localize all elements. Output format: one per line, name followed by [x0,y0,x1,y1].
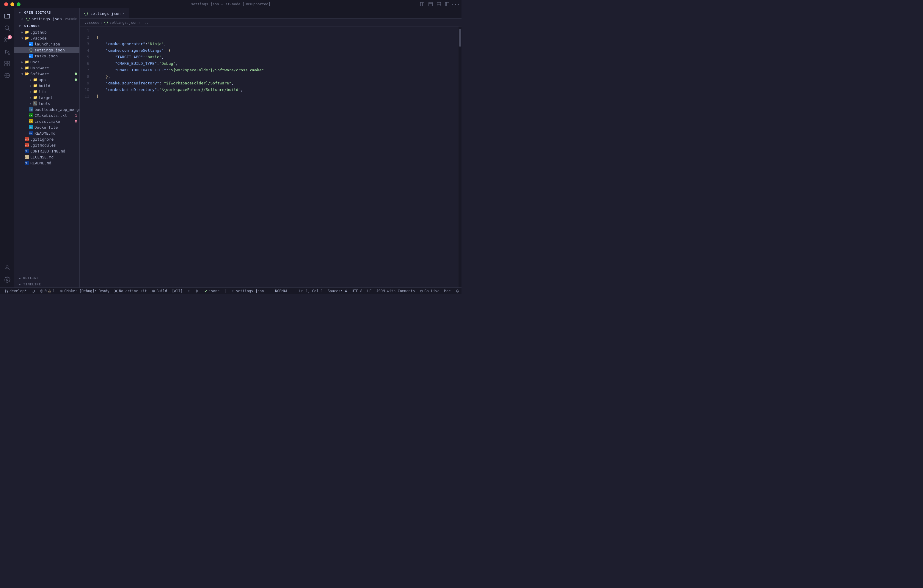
sidebar-file-license[interactable]: ⚖ LICENSE.md [14,154,79,160]
outline-panel-header[interactable]: ▶ OUTLINE [14,275,79,281]
sidebar-file-readme-sw[interactable]: MD README.md [14,130,79,136]
status-no-kit[interactable]: No active kit [112,288,149,294]
open-editors-icon[interactable] [427,1,434,8]
sidebar-file-readme-root[interactable]: MD README.md [14,160,79,166]
activity-search[interactable] [2,23,13,33]
st-node-header[interactable]: ▼ ST-NODE [14,22,79,29]
sidebar-folder-software[interactable]: ▼ 📂 Software [14,71,79,77]
open-editor-settings-json[interactable]: ✕ {} settings.json .vscode [14,16,79,22]
status-encoding[interactable]: UTF-8 [350,288,365,294]
window-controls[interactable] [4,2,21,6]
cmake-status: CMake: [Debug]: Ready [64,289,109,293]
activity-source-control[interactable]: 6 [2,34,13,45]
sidebar-folder-github[interactable]: ▶ 📁 .github [14,29,79,35]
sidebar-folder-hardware[interactable]: ▶ 📁 Hardware [14,65,79,71]
split-editor-icon[interactable] [419,1,426,8]
line-numbers: 1 2 3 4 5 6 7 8 9 10 11 [80,26,94,287]
md-file-icon-license: ⚖ [25,154,29,159]
activity-settings[interactable] [2,274,13,285]
svg-rect-1 [422,2,424,6]
status-vim-mode[interactable]: -- NORMAL -- [266,288,297,294]
sidebar-file-gitmodules[interactable]: git .gitmodules [14,142,79,148]
timeline-panel-header[interactable]: ▶ TIMELINE [14,281,79,287]
sidebar-file-bootloader[interactable]: py bootloader_app_merge.py [14,107,79,112]
sidebar-folder-lib[interactable]: ▶ 📁 lib [14,89,79,95]
status-build[interactable]: Build [149,288,169,294]
status-language[interactable]: JSON with Comments [374,288,417,294]
activity-account[interactable] [2,263,13,273]
line-5: "CMAKE_BUILD_TYPE":"Debug", [96,61,178,66]
scrollbar-thumb [459,29,461,47]
status-position[interactable]: Ln 1, Col 1 [297,288,325,294]
sidebar-file-cross-cmake[interactable]: CM cross.cmake M [14,118,79,124]
sidebar-file-contributing[interactable]: MD CONTRIBUTING.md [14,148,79,154]
status-mac[interactable]: Mac [442,288,453,294]
close-editor-icon[interactable]: ✕ [20,17,25,21]
build-chevron: ▶ [28,84,33,87]
sidebar-file-cmakelists[interactable]: CM CMakeLists.txt 1 [14,112,79,118]
toggle-panel-icon[interactable] [435,1,442,8]
svg-text:MD: MD [25,162,27,164]
status-build-all[interactable]: [all] [169,288,185,294]
svg-text:CM: CM [30,120,32,123]
open-editors-header[interactable]: ▼ OPEN EDITORS [14,8,79,16]
activity-remote[interactable] [2,70,13,81]
sidebar-file-gitignore[interactable]: git .gitignore [14,136,79,142]
svg-point-57 [152,290,154,292]
breadcrumb-settings[interactable]: settings.json [109,21,137,25]
breadcrumb-dots[interactable]: ... [142,21,148,25]
sidebar-file-launch-json[interactable]: ⊳ launch.json [14,41,79,47]
status-eol[interactable]: LF [365,288,374,294]
sidebar-folder-tools[interactable]: ▶ 🔧 tools [14,100,79,107]
activity-explorer[interactable] [2,11,13,21]
maximize-button[interactable] [16,2,21,6]
status-jsonc[interactable]: jsonc [202,288,222,294]
more-actions-icon[interactable]: ··· [452,1,459,8]
hardware-chevron: ▶ [20,66,25,69]
sidebar-folder-docs[interactable]: ▶ 📁 Docs [14,59,79,65]
activity-run-debug[interactable] [2,46,13,57]
status-run[interactable] [193,288,202,294]
status-ctest[interactable] [185,288,193,294]
status-sync[interactable] [29,288,38,294]
sidebar-file-tasks-json[interactable]: ⊳ tasks.json [14,53,79,59]
sidebar-file-dockerfile[interactable]: 🐳 Dockerfile [14,124,79,130]
svg-point-54 [60,290,63,292]
app-container: 6 ▼ OPEN EDITORS ✕ {} settin [0,8,462,287]
line-1: { [96,35,99,39]
status-spaces[interactable]: Spaces: 4 [325,288,350,294]
code-content[interactable]: { "cmake.generator":"Ninja", "cmake.conf… [94,26,458,287]
line-num-8: 8 [80,74,94,80]
tab-close-button[interactable]: ✕ [122,11,124,15]
sidebar-folder-target[interactable]: ▶ 📁 target [14,95,79,100]
app-modified-dot [75,79,77,81]
svg-rect-4 [437,2,441,6]
toggle-sidebar-icon[interactable] [443,1,451,8]
status-settings-json-file[interactable]: settings.json [229,288,266,294]
sidebar-folder-build[interactable]: ▶ 📁 build [14,83,79,89]
eol-text: LF [367,289,371,293]
scrollbar[interactable] [458,26,462,287]
line-num-5: 5 [80,54,94,60]
close-button[interactable] [4,2,8,6]
svg-text:🐳: 🐳 [30,126,32,129]
breadcrumb-vscode[interactable]: .vscode [84,21,100,25]
svg-point-19 [6,266,8,268]
svg-text:CM: CM [30,115,32,117]
tab-settings-json[interactable]: {} settings.json ✕ [80,8,129,18]
status-cmake[interactable]: CMake: [Debug]: Ready [57,288,112,294]
sidebar-folder-app[interactable]: ▶ 📁 app [14,77,79,83]
status-errors[interactable]: 0 1 [38,288,57,294]
status-bell[interactable] [453,288,462,294]
sidebar-folder-vscode[interactable]: ▼ 📂 .vscode [14,35,79,41]
svg-text:git: git [25,144,29,146]
activity-extensions[interactable] [2,58,13,69]
tools-folder-icon: 🔧 [33,101,38,106]
line-num-7: 7 [80,67,94,74]
status-branch[interactable]: develop* [2,288,29,294]
status-golive[interactable]: Go Live [417,288,442,294]
sidebar-file-settings-json[interactable]: {} settings.json [14,47,79,53]
minimize-button[interactable] [10,2,14,6]
md-file-icon-root: MD [25,161,29,165]
svg-point-49 [5,291,6,292]
